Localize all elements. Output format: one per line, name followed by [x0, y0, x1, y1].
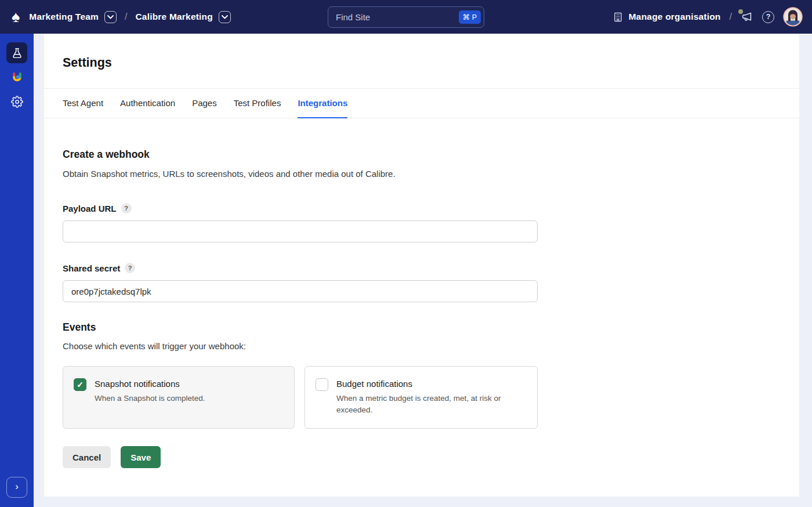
sidebar-item-tests[interactable]: [6, 42, 27, 63]
form-actions: Cancel Save: [63, 446, 781, 468]
notification-dot: [738, 9, 743, 14]
site-breadcrumb[interactable]: Calibre Marketing: [135, 12, 212, 22]
event-option-description: When a metric budget is created, met, at…: [336, 393, 522, 415]
sidebar-expand-button[interactable]: ›: [6, 477, 27, 498]
payload-url-label: Payload URL: [63, 204, 117, 213]
topbar-separator: /: [730, 12, 732, 22]
building-icon: [612, 12, 624, 23]
settings-page: Settings Test Agent Authentication Pages…: [44, 34, 799, 497]
manage-organisation-link[interactable]: Manage organisation: [612, 12, 721, 23]
shared-secret-label: Shared secret: [63, 263, 120, 273]
calibre-logo-spade-icon[interactable]: ♠: [12, 9, 20, 25]
event-option-snapshot-notifications[interactable]: ✓ Snapshot notifications When a Snapshot…: [63, 366, 295, 429]
topbar-right-cluster: Manage organisation / ?: [612, 7, 803, 27]
event-option-description: When a Snapshot is completed.: [95, 393, 205, 404]
pulse-icon: [11, 71, 23, 84]
payload-url-help-icon[interactable]: ?: [121, 203, 132, 213]
sidebar-item-settings[interactable]: [6, 91, 27, 112]
search-shortcut-badge: ⌘ P: [459, 10, 481, 24]
tab-pages[interactable]: Pages: [192, 89, 217, 118]
sidebar-item-pulse[interactable]: [6, 67, 27, 88]
event-option-title: Budget notifications: [336, 379, 522, 389]
cancel-button[interactable]: Cancel: [63, 446, 111, 468]
team-breadcrumb[interactable]: Marketing Team: [29, 12, 99, 22]
breadcrumb-separator: /: [125, 12, 127, 22]
flask-icon: [11, 47, 23, 59]
budget-notifications-checkbox[interactable]: ✓: [316, 378, 328, 391]
help-button[interactable]: ?: [762, 11, 774, 23]
integrations-panel: Create a webhook Obtain Snapshot metrics…: [44, 118, 799, 468]
shared-secret-label-row: Shared secret ?: [63, 263, 781, 273]
settings-tab-bar: Test Agent Authentication Pages Test Pro…: [44, 88, 799, 118]
gear-icon: [11, 96, 23, 108]
snapshot-notifications-checkbox[interactable]: ✓: [74, 378, 86, 391]
chevron-down-icon: [222, 15, 228, 19]
payload-url-input[interactable]: [63, 220, 538, 242]
events-heading: Events: [63, 321, 781, 334]
event-option-budget-notifications[interactable]: ✓ Budget notifications When a metric bud…: [304, 366, 538, 429]
chevron-down-icon: [107, 15, 114, 19]
check-icon: ✓: [77, 380, 84, 389]
tab-authentication[interactable]: Authentication: [120, 89, 175, 118]
team-switcher-button[interactable]: [104, 11, 117, 23]
page-title: Settings: [44, 34, 799, 70]
question-mark-icon: ?: [766, 13, 771, 21]
find-site-input[interactable]: [336, 12, 459, 22]
webhook-heading: Create a webhook: [63, 149, 781, 161]
manage-organisation-label: Manage organisation: [629, 12, 721, 22]
site-switcher-button[interactable]: [219, 11, 231, 23]
find-site-search[interactable]: ⌘ P: [328, 6, 484, 28]
tab-integrations[interactable]: Integrations: [298, 89, 347, 118]
events-description: Choose which events will trigger your we…: [63, 341, 781, 351]
shared-secret-input[interactable]: [63, 280, 538, 302]
webhook-description: Obtain Snapshot metrics, URLs to screens…: [63, 169, 781, 179]
user-avatar[interactable]: [783, 7, 803, 27]
event-option-title: Snapshot notifications: [95, 379, 205, 389]
announcements-button[interactable]: [741, 10, 753, 23]
payload-url-label-row: Payload URL ?: [63, 203, 781, 213]
tab-test-profiles[interactable]: Test Profiles: [234, 89, 281, 118]
chevron-right-icon: ›: [15, 481, 19, 492]
left-sidebar: ›: [0, 34, 34, 507]
shared-secret-help-icon[interactable]: ?: [125, 263, 135, 273]
top-navigation-bar: ♠ Marketing Team / Calibre Marketing ⌘ P…: [0, 0, 812, 34]
save-button[interactable]: Save: [121, 446, 161, 468]
tab-test-agent[interactable]: Test Agent: [63, 89, 103, 118]
event-options: ✓ Snapshot notifications When a Snapshot…: [63, 366, 781, 429]
